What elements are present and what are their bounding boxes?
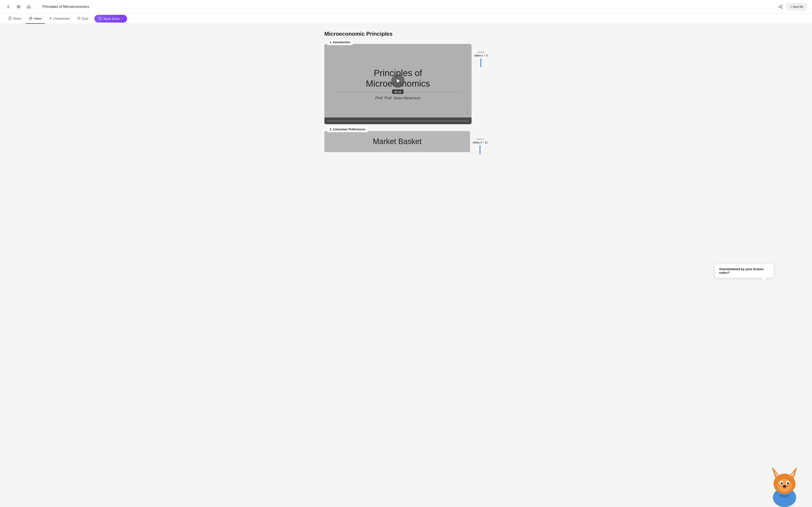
tab-cheatsheet-label: Cheatsheet bbox=[53, 17, 69, 20]
covers-badge-consumer: covers slides 3 ~ 11 bbox=[473, 138, 488, 154]
slides-range-consumer: slides 3 ~ 11 bbox=[473, 141, 488, 144]
svg-point-31 bbox=[782, 482, 782, 483]
svg-point-29 bbox=[781, 482, 783, 484]
svg-marker-13 bbox=[31, 18, 32, 19]
svg-point-5 bbox=[781, 7, 782, 8]
svg-rect-2 bbox=[17, 8, 20, 8]
tooltip-text: Overwhelmed by your lecture notes? bbox=[719, 267, 764, 274]
main-content: Microeconomic Principles 1. Introduction… bbox=[319, 24, 493, 161]
slide-title-consumer: Market Basket bbox=[373, 137, 421, 146]
section-label-intro: 1. Introduction bbox=[327, 39, 353, 45]
quiz-icon bbox=[77, 17, 81, 20]
svg-line-6 bbox=[780, 6, 781, 7]
covers-badge-intro: covers slides 1 ~ 2 bbox=[474, 51, 488, 67]
menu-button[interactable] bbox=[15, 3, 22, 10]
svg-point-4 bbox=[779, 6, 780, 7]
svg-point-34 bbox=[778, 485, 782, 487]
svg-point-33 bbox=[783, 485, 786, 487]
covers-label-consumer: covers bbox=[476, 138, 484, 141]
tab-video-label: Video bbox=[34, 17, 42, 20]
svg-rect-0 bbox=[17, 5, 20, 6]
svg-rect-1 bbox=[17, 7, 20, 7]
svg-line-7 bbox=[780, 7, 781, 8]
svg-marker-19 bbox=[397, 79, 400, 83]
new-file-label: + New file bbox=[790, 5, 803, 8]
svg-point-32 bbox=[788, 482, 789, 483]
svg-point-14 bbox=[78, 17, 80, 20]
video-section-consumer: 2. Consumer Preferences Market Basket co… bbox=[324, 129, 488, 154]
tab-quiz[interactable]: Quiz bbox=[74, 14, 92, 24]
tab-video[interactable]: Video bbox=[26, 14, 45, 24]
nav-right: + New file bbox=[777, 3, 807, 10]
mock-exam-label: Mock Exam bbox=[104, 17, 120, 20]
video-section-intro: 1. Introduction Principles of Microecono… bbox=[324, 42, 488, 124]
svg-point-30 bbox=[787, 482, 789, 484]
fox-mascot bbox=[765, 460, 804, 507]
tab-quiz-label: Quiz bbox=[82, 17, 88, 20]
mock-exam-button[interactable]: Mock Exam › bbox=[94, 15, 127, 22]
progress-track bbox=[327, 121, 469, 121]
tab-bar: Notes Video ✦ Cheatsheet Quiz bbox=[0, 13, 812, 24]
tab-cheatsheet[interactable]: ✦ Cheatsheet bbox=[46, 13, 73, 24]
video-timestamp: 01:11 bbox=[392, 90, 403, 94]
cheatsheet-icon: ✦ bbox=[49, 16, 52, 20]
tab-notes[interactable]: Notes bbox=[5, 14, 25, 24]
home-button[interactable] bbox=[26, 3, 32, 10]
video-player-consumer[interactable]: Market Basket bbox=[324, 131, 470, 152]
fox-illustration bbox=[765, 460, 804, 507]
top-navigation: Principles of Microeconomics + New file bbox=[0, 0, 812, 13]
mock-exam-arrow: › bbox=[122, 17, 123, 20]
slides-bar-consumer bbox=[479, 145, 480, 154]
play-overlay: 01:11 bbox=[391, 74, 405, 94]
svg-point-35 bbox=[787, 485, 791, 487]
video-player-intro[interactable]: Principles of Microeconomics Prof. Prof.… bbox=[324, 44, 471, 124]
section-label-consumer: 2. Consumer Preferences bbox=[327, 126, 368, 132]
play-button[interactable] bbox=[391, 74, 405, 88]
tab-notes-label: Notes bbox=[13, 17, 21, 20]
back-button[interactable] bbox=[5, 3, 12, 10]
professor-name: Prof. Prof. Sean Abramson bbox=[328, 96, 467, 100]
share-button[interactable] bbox=[777, 3, 784, 10]
document-title: Principles of Microeconomics bbox=[43, 5, 89, 9]
new-file-button[interactable]: + New file bbox=[786, 3, 807, 10]
nav-divider bbox=[37, 4, 38, 10]
page-title: Microeconomic Principles bbox=[324, 31, 488, 37]
tooltip-bubble: Overwhelmed by your lecture notes? bbox=[715, 264, 774, 278]
video-progress-bar[interactable] bbox=[324, 117, 471, 124]
mock-exam-icon bbox=[99, 17, 102, 20]
slide-number-intro: 1 bbox=[466, 111, 468, 114]
nav-left: Principles of Microeconomics bbox=[5, 3, 89, 10]
slides-range-intro: slides 1 ~ 2 bbox=[474, 54, 488, 57]
notes-icon bbox=[8, 17, 12, 20]
svg-point-3 bbox=[781, 5, 782, 6]
video-icon bbox=[29, 17, 32, 20]
slides-bar-intro bbox=[480, 58, 481, 67]
covers-label-intro: covers bbox=[477, 51, 485, 54]
